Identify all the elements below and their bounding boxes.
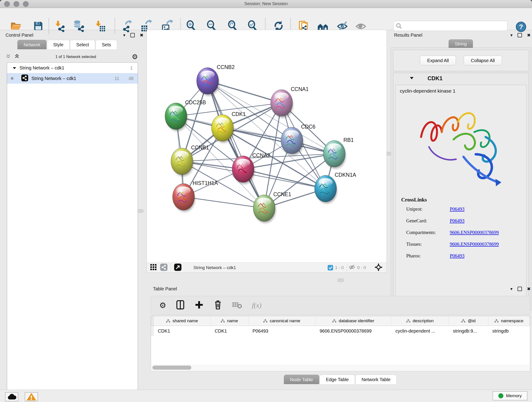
scrollbar-thumb[interactable] <box>152 366 191 370</box>
delete-table-icon[interactable] <box>232 301 242 310</box>
warnings-button[interactable] <box>25 392 38 401</box>
results-float-icon[interactable] <box>518 33 522 37</box>
tab-network[interactable]: Network <box>17 40 46 49</box>
detach-view-icon[interactable] <box>174 264 181 272</box>
network-node-CDC25B[interactable] <box>165 103 187 131</box>
hidden-eye-icon[interactable] <box>348 264 355 271</box>
panel-menu-icon[interactable]: ▾ <box>123 33 126 37</box>
table-options-gear-icon[interactable]: ⚙ <box>159 301 166 309</box>
node-label-CDK1: CDK1 <box>232 111 246 117</box>
collection-expand-icon[interactable] <box>13 65 16 70</box>
table-data-row[interactable]: CDK1CDK1P064939606.ENSP00000378699cyclin… <box>151 326 530 336</box>
table-header-row: shared namenamecanonical namedatabase id… <box>151 316 530 326</box>
crosslink-label: Uniprot: <box>406 206 450 212</box>
grid-view-icon[interactable] <box>150 264 157 272</box>
cell-database-identifier[interactable]: 9606.ENSP00000378699 <box>316 326 391 336</box>
cell-shared-name[interactable]: CDK1 <box>154 326 210 336</box>
network-node-CDK1[interactable] <box>211 115 234 143</box>
cell--id[interactable]: stringdb:9... <box>449 326 488 336</box>
column-header-namespace[interactable]: namespace <box>488 316 530 326</box>
network-node-CCNB1[interactable] <box>171 148 193 176</box>
network-edge-HIST1H1A-CCNE1[interactable] <box>184 197 264 208</box>
table-close-icon[interactable]: ✖ <box>527 287 531 291</box>
crosslink-compartments-[interactable]: 9606.ENSP00000378699 <box>450 230 499 235</box>
table-horizontal-scrollbar[interactable] <box>151 364 530 371</box>
search-icon <box>396 23 402 29</box>
results-panel-title: Results Panel <box>394 32 422 38</box>
network-collection-row[interactable]: String Network – cdk1 1 <box>7 63 138 73</box>
delete-column-trash-icon[interactable] <box>213 300 222 311</box>
expand-all-networks-icon[interactable] <box>14 54 20 60</box>
crosslink-genecard-[interactable]: P06493 <box>450 218 464 224</box>
network-node-CCNA2[interactable] <box>232 156 254 184</box>
show-columns-icon[interactable] <box>176 300 185 311</box>
cloud-status-button[interactable] <box>5 392 18 401</box>
column-header-description[interactable]: description <box>391 316 449 326</box>
expand-all-button[interactable]: Expand All <box>420 56 456 65</box>
birds-eye-crosshair-icon[interactable] <box>375 263 382 272</box>
network-view-share-icon[interactable] <box>160 264 167 272</box>
tab-select[interactable]: Select <box>70 40 95 49</box>
table-menu-icon[interactable]: ▾ <box>510 287 513 291</box>
crosslink-tissues-[interactable]: 9606.ENSP00000378699 <box>450 241 499 247</box>
crosslink-label: GeneCard: <box>406 218 450 224</box>
column-header--id[interactable]: @id <box>449 316 488 326</box>
cell-canonical-name[interactable]: P06493 <box>248 326 316 336</box>
tab-sets[interactable]: Sets <box>95 40 117 49</box>
results-panel: Results Panel ▾ ✖ String Expand All Coll… <box>390 30 532 283</box>
results-close-icon[interactable]: ✖ <box>527 33 531 37</box>
network-node-CDKN1A[interactable] <box>315 175 337 204</box>
left-splitter-handle[interactable] <box>138 209 143 213</box>
tab-string[interactable]: String <box>449 39 473 48</box>
tab-node-table[interactable]: Node Table <box>284 375 319 384</box>
search-field[interactable] <box>393 21 507 31</box>
tab-style[interactable]: Style <box>47 40 70 49</box>
memory-button[interactable]: Memory <box>493 391 527 400</box>
function-builder-icon[interactable]: f(x) <box>252 301 261 309</box>
network-edge-CCNA2-CDKN1A[interactable] <box>243 169 326 189</box>
network-canvas[interactable]: CCNB2CCNA1CDC25BCDK1CDC6RB1CCNB1CCNA2CDK… <box>147 30 386 262</box>
search-input[interactable] <box>404 23 505 29</box>
table-panel: Table Panel ▾ ✖ ⚙ f(x) shared namenameca… <box>149 283 532 390</box>
bottom-splitter-handle[interactable] <box>337 279 344 282</box>
column-header-name[interactable]: name <box>210 316 248 326</box>
network-edge-CCNB2-CCNE1[interactable] <box>208 81 264 208</box>
results-menu-icon[interactable]: ▾ <box>510 33 513 37</box>
network-node-HIST1H1A[interactable] <box>172 184 195 212</box>
gene-expand-icon[interactable] <box>410 76 414 80</box>
control-panel-title: Control Panel <box>6 32 33 38</box>
crosslink-label: Pharos: <box>406 253 450 259</box>
network-node-CCNB2[interactable] <box>196 68 219 96</box>
network-node-RB1[interactable] <box>323 140 346 169</box>
network-share-icon <box>21 75 28 83</box>
table-panel-title: Table Panel <box>153 286 177 292</box>
table-float-icon[interactable] <box>518 287 522 291</box>
collapse-all-networks-icon[interactable] <box>6 54 11 60</box>
add-column-icon[interactable] <box>195 300 204 310</box>
column-header-canonical-name[interactable]: canonical name <box>248 316 316 326</box>
column-header-shared-name[interactable]: shared name <box>154 316 210 326</box>
cell-namespace[interactable]: stringdb <box>488 326 530 336</box>
crosslink-row: Pharos:P06493 <box>396 250 526 262</box>
network-options-gear-icon[interactable]: ⚙ <box>132 53 138 60</box>
main-toolbar: ? <box>0 8 532 30</box>
panel-close-icon[interactable]: ✖ <box>140 33 143 37</box>
panel-float-icon[interactable] <box>130 33 135 37</box>
selected-nodes-checkbox[interactable] <box>328 265 333 270</box>
tab-edge-table[interactable]: Edge Table <box>320 375 355 384</box>
tab-network-table[interactable]: Network Table <box>355 375 397 384</box>
node-label-HIST1H1A: HIST1H1A <box>193 180 218 186</box>
column-header-database-identifier[interactable]: database identifier <box>316 316 391 326</box>
network-edge-CDK1-RB1[interactable] <box>222 128 334 154</box>
crosslink-uniprot-[interactable]: P06493 <box>450 206 464 212</box>
network-node-CCNA1[interactable] <box>271 89 293 118</box>
selected-count: 1 - 0 <box>335 265 344 270</box>
crosslinks-title: CrossLinks <box>396 194 526 203</box>
cell-description[interactable]: cyclin-dependent ... <box>391 326 449 336</box>
crosslink-pharos-[interactable]: P06493 <box>450 253 464 259</box>
network-row-selected[interactable]: String Network – cdk1 11 48 <box>7 73 138 84</box>
cell-name[interactable]: CDK1 <box>210 326 248 336</box>
node-label-CCNA1: CCNA1 <box>291 86 309 92</box>
collapse-all-button[interactable]: Collapse All <box>464 56 502 65</box>
network-node-CCNE1[interactable] <box>253 195 276 223</box>
